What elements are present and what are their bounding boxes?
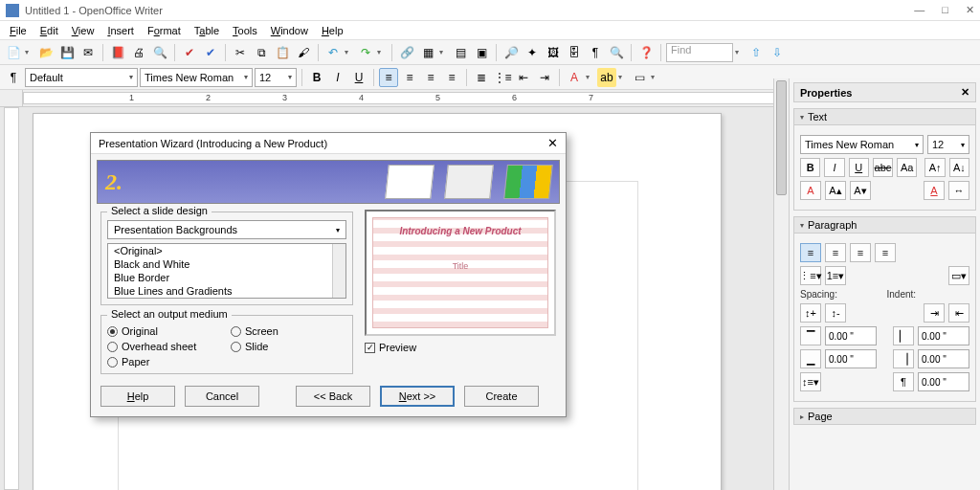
props-underline-button[interactable]: U	[849, 158, 869, 177]
props-grow-icon[interactable]: A▴	[825, 181, 846, 200]
para-align-left-icon[interactable]: ≡	[800, 243, 821, 262]
space-dec-icon[interactable]: ↕-	[825, 303, 846, 323]
properties-close-icon[interactable]: ✕	[961, 86, 969, 99]
space-below-field[interactable]: 0.00 "	[825, 349, 877, 368]
first-line-field[interactable]: 0.00 "	[918, 372, 969, 391]
help-icon[interactable]: ❓	[636, 43, 656, 62]
nonprint-icon[interactable]: ¶	[586, 43, 605, 62]
help-button[interactable]: Help	[100, 386, 175, 407]
props-superscript-icon[interactable]: A↑	[924, 158, 945, 177]
menu-view[interactable]: View	[66, 23, 100, 38]
back-button[interactable]: << Back	[296, 386, 370, 407]
radio-slide[interactable]: Slide	[231, 341, 346, 352]
para-align-center-icon[interactable]: ≡	[825, 243, 846, 262]
props-highlight-icon[interactable]: A	[924, 181, 945, 200]
align-center-icon[interactable]: ≡	[400, 68, 419, 87]
bold-button[interactable]: B	[307, 68, 326, 87]
window-close-button[interactable]: ✕	[966, 4, 974, 16]
find-prev-icon[interactable]: ⇧	[746, 43, 766, 62]
find-input[interactable]: Find	[666, 43, 733, 62]
indent-dec-icon[interactable]: ⇤	[948, 303, 969, 323]
bg-color-icon[interactable]: ▭	[630, 68, 649, 87]
autocheck-icon[interactable]: ✔	[201, 43, 220, 62]
new-doc-icon[interactable]: 📄	[4, 43, 23, 62]
open-icon[interactable]: 📂	[36, 43, 56, 62]
props-size-select[interactable]: 12▾	[927, 135, 969, 154]
props-fontcolor-icon[interactable]: A	[800, 181, 821, 200]
format-paint-icon[interactable]: 🖌	[294, 43, 313, 62]
props-font-select[interactable]: Times New Roman▾	[800, 135, 924, 154]
pdf-icon[interactable]: 📕	[108, 43, 127, 62]
para-bullets-icon[interactable]: ⋮≡▾	[800, 266, 821, 285]
menu-edit[interactable]: Edit	[34, 23, 64, 38]
list-item[interactable]: Black and White	[108, 257, 345, 271]
paste-icon[interactable]: 📋	[273, 43, 292, 62]
space-below-icon[interactable]: ▁	[800, 349, 821, 368]
vertical-ruler[interactable]	[4, 107, 19, 490]
save-icon[interactable]: 💾	[57, 43, 77, 62]
list-scrollbar[interactable]	[332, 244, 345, 298]
props-spacing-icon[interactable]: ↔	[948, 181, 969, 200]
dec-indent-icon[interactable]: ⇤	[514, 68, 533, 87]
first-line-icon[interactable]: ¶	[893, 372, 914, 391]
line-spacing-icon[interactable]: ↕≡▾	[800, 372, 821, 391]
align-justify-icon[interactable]: ≡	[442, 68, 461, 87]
list-item[interactable]: <Original>	[108, 244, 345, 257]
space-above-field[interactable]: 0.00 "	[825, 326, 877, 345]
design-category-select[interactable]: Presentation Backgrounds▾	[107, 220, 346, 239]
paragraph-section-header[interactable]: ▾Paragraph	[793, 216, 976, 234]
underline-button[interactable]: U	[349, 68, 368, 87]
list-item[interactable]: Blue Border	[108, 271, 345, 284]
preview-checkbox[interactable]: ✓Preview	[365, 342, 556, 353]
props-case-button[interactable]: Aa	[897, 158, 917, 177]
menu-format[interactable]: Format	[142, 23, 187, 38]
menu-window[interactable]: Window	[265, 23, 314, 38]
space-above-icon[interactable]: ▔	[800, 326, 821, 345]
table-icon[interactable]: ▦	[418, 43, 437, 62]
align-right-icon[interactable]: ≡	[421, 68, 440, 87]
size-select[interactable]: 12▾	[255, 68, 297, 87]
cut-icon[interactable]: ✂	[231, 43, 250, 62]
redo-icon[interactable]: ↷	[356, 43, 375, 62]
props-italic-button[interactable]: I	[824, 158, 844, 177]
cancel-button[interactable]: Cancel	[185, 386, 259, 407]
props-subscript-icon[interactable]: A↓	[949, 158, 969, 177]
preview-icon[interactable]: 🔍	[150, 43, 169, 62]
create-button[interactable]: Create	[464, 386, 539, 407]
inc-indent-icon[interactable]: ⇥	[535, 68, 554, 87]
list-item[interactable]: Blue Lines and Gradients	[108, 284, 345, 298]
radio-screen[interactable]: Screen	[231, 325, 346, 337]
font-select[interactable]: Times New Roman▾	[140, 68, 253, 87]
text-section-header[interactable]: ▾Text	[793, 108, 976, 125]
datasource-icon[interactable]: 🗄	[565, 43, 584, 62]
zoom-icon[interactable]: 🔍	[607, 43, 626, 62]
undo-icon[interactable]: ↶	[323, 43, 343, 62]
menu-insert[interactable]: Insert	[101, 23, 140, 38]
bullet-list-icon[interactable]: ⋮≡	[493, 68, 512, 87]
radio-original[interactable]: Original	[107, 325, 223, 337]
design-list[interactable]: <Original> Black and White Blue Border B…	[107, 243, 346, 299]
indent-left-field[interactable]: 0.00 "	[918, 326, 969, 345]
props-bold-button[interactable]: B	[800, 158, 820, 177]
menu-table[interactable]: Table	[189, 23, 225, 38]
para-align-right-icon[interactable]: ≡	[850, 243, 871, 262]
radio-overhead[interactable]: Overhead sheet	[107, 341, 223, 352]
indent-right-field[interactable]: 0.00 "	[918, 349, 969, 368]
show-draw-icon[interactable]: ▣	[472, 43, 491, 62]
radio-paper[interactable]: Paper	[107, 356, 223, 368]
chart-icon[interactable]: ▤	[451, 43, 470, 62]
para-bgcolor-icon[interactable]: ▭▾	[948, 266, 969, 285]
find-next-icon[interactable]: ⇩	[768, 43, 787, 62]
vertical-scrollbar[interactable]	[773, 78, 789, 490]
menu-help[interactable]: Help	[316, 23, 349, 38]
space-inc-icon[interactable]: ↕+	[800, 303, 821, 323]
highlight-icon[interactable]: ab	[597, 68, 616, 87]
window-maximize-button[interactable]: □	[942, 4, 948, 16]
style-select[interactable]: Default▾	[25, 68, 138, 87]
align-left-icon[interactable]: ≡	[379, 68, 398, 87]
props-shrink-icon[interactable]: A▾	[850, 181, 871, 200]
navigator-icon[interactable]: ✦	[523, 43, 542, 62]
gallery-icon[interactable]: 🖼	[544, 43, 563, 62]
next-button[interactable]: Next >>	[380, 386, 455, 407]
find-icon[interactable]: 🔎	[501, 43, 521, 62]
